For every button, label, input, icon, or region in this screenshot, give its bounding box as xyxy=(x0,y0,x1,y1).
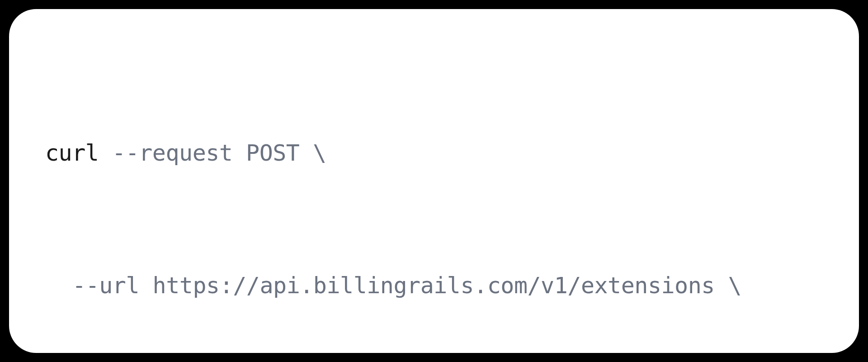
code-snippet-card: curl --request POST \ --url https://api.… xyxy=(9,9,859,353)
code-line-2: --url https://api.billingrails.com/v1/ex… xyxy=(45,264,823,308)
code-block: curl --request POST \ --url https://api.… xyxy=(45,43,823,353)
code-line-1: curl --request POST \ xyxy=(45,131,823,176)
fade-overlay xyxy=(9,326,859,353)
code-text: --request POST \ xyxy=(99,140,326,166)
code-cmd: curl xyxy=(45,140,99,166)
